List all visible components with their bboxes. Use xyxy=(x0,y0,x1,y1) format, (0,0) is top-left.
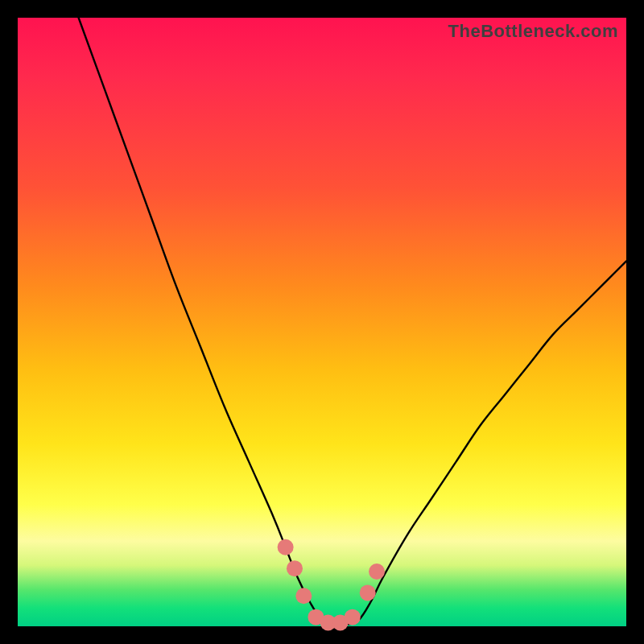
bottleneck-chart xyxy=(18,18,626,626)
chart-frame: TheBottleneck.com xyxy=(0,0,644,644)
plot-area: TheBottleneck.com xyxy=(18,18,626,626)
curve-marker xyxy=(345,609,361,625)
curve-marker xyxy=(369,564,385,580)
curve-marker xyxy=(295,588,312,604)
curve-marker xyxy=(278,539,294,555)
curve-marker xyxy=(287,560,303,576)
curve-markers xyxy=(278,539,385,631)
bottleneck-curve-path xyxy=(79,18,626,625)
curve-marker xyxy=(360,584,376,601)
